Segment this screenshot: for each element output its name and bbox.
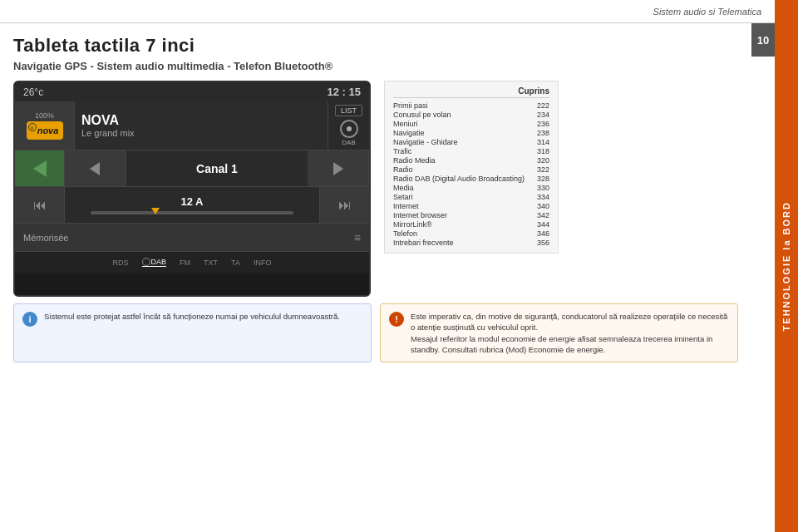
- toc-item-page: 234: [537, 111, 549, 119]
- chapter-number: 10: [757, 34, 769, 47]
- skip-forward-icon: ⏭: [338, 198, 352, 213]
- toc-item: Radio322: [393, 165, 549, 174]
- toc-item-page: 322: [537, 165, 549, 174]
- track-display: 12 A: [65, 187, 319, 223]
- source-box[interactable]: LIST DAB: [328, 101, 369, 150]
- toc-item-label: Internet browser: [393, 211, 447, 219]
- status-bar: 26°c 12 : 15: [15, 82, 369, 101]
- toc-item: Media330: [393, 184, 549, 192]
- progress-bar: [91, 211, 294, 214]
- top-header: Sistem audio si Telematica: [0, 0, 775, 23]
- radio-logo-box: 100% ✕ nova: [15, 101, 75, 150]
- toc-item: Radio DAB (Digital Audio Broadcasting)32…: [393, 175, 549, 183]
- device-screen: 26°c 12 : 15 100% ✕ nova NOVA Le grand: [13, 81, 371, 297]
- warn-badge-2: !: [389, 312, 404, 327]
- prev-arrow-icon: [90, 162, 100, 175]
- toc-item: Conusul pe volan234: [393, 111, 549, 119]
- toc-item: Intrebari frecvente356: [393, 239, 549, 247]
- back-arrow-icon: [33, 160, 47, 177]
- memorise-label: Mémorisée: [23, 233, 354, 243]
- toc-item-label: Radio DAB (Digital Audio Broadcasting): [393, 175, 525, 183]
- list-button[interactable]: LIST: [335, 105, 362, 116]
- channel-controls: Canal 1: [15, 150, 369, 186]
- toc-item-label: Radio Media: [393, 156, 436, 165]
- toc-item-page: 236: [537, 120, 549, 128]
- info-badge-1: i: [22, 312, 37, 327]
- toc-item-label: Telefon: [393, 229, 417, 238]
- info-box-2: ! Este imperativ ca, din motive de sigur…: [380, 303, 738, 362]
- station-logo-text: nova: [37, 126, 59, 135]
- dab-button[interactable]: DAB: [142, 258, 167, 268]
- toc-item-page: 330: [537, 184, 549, 192]
- toc-title: Cuprins: [393, 86, 549, 98]
- toc-item-label: Internet: [393, 202, 419, 210]
- toc-item-label: MirrorLink®: [393, 220, 432, 229]
- toc-item-page: 340: [537, 202, 549, 210]
- radio-logo: ✕ nova: [27, 121, 63, 140]
- track-controls: ⏮ 12 A ⏭: [15, 186, 369, 223]
- channel-display: Canal 1: [126, 150, 308, 186]
- back-button[interactable]: [15, 150, 65, 186]
- toc-item-label: Setari: [393, 193, 413, 201]
- txt-button[interactable]: TXT: [204, 259, 218, 267]
- sidebar-label: TEHNOLOGIE la BORD: [781, 201, 791, 331]
- source-icon: DAB: [340, 120, 358, 146]
- signal-percent: 100%: [35, 111, 54, 120]
- rds-button[interactable]: RDS: [113, 259, 129, 267]
- toc-item: Trafic318: [393, 147, 549, 155]
- info-text-2: Este imperativ ca, din motive de siguran…: [411, 311, 729, 355]
- toc-item: MirrorLink®344: [393, 220, 549, 229]
- page-subtitle: Navigatie GPS - Sistem audio multimedia …: [13, 60, 738, 72]
- skip-forward-button[interactable]: ⏭: [319, 187, 369, 223]
- source-dot: [347, 126, 352, 131]
- radio-top: 100% ✕ nova NOVA Le grand mix LIST: [15, 101, 369, 150]
- toc-item-page: 328: [537, 175, 549, 183]
- time-display: 12 : 15: [328, 86, 361, 98]
- toc-item-label: Meniuri: [393, 120, 418, 128]
- info-text-1: Sistemul este protejat astfel încât să f…: [44, 311, 340, 322]
- chapter-badge: 10: [751, 23, 775, 57]
- toc-item-page: 344: [537, 220, 549, 229]
- info-boxes: i Sistemul este protejat astfel încât să…: [13, 303, 738, 362]
- toc-item-page: 314: [537, 138, 549, 146]
- info-button[interactable]: INFO: [254, 259, 272, 267]
- main-content: Tableta tactila 7 inci Navigatie GPS - S…: [0, 23, 751, 532]
- logo-x: ✕: [28, 123, 37, 131]
- memorise-icon: ≡: [354, 231, 361, 244]
- skip-back-icon: ⏮: [33, 198, 47, 213]
- temperature-display: 26°c: [23, 86, 43, 98]
- toc-item: Meniuri236: [393, 120, 549, 128]
- toc-item-page: 342: [537, 211, 549, 219]
- toc-item: Internet browser342: [393, 211, 549, 219]
- skip-back-button[interactable]: ⏮: [15, 187, 65, 223]
- dab-label: DAB: [342, 139, 355, 146]
- next-channel-button[interactable]: [308, 150, 369, 186]
- toc-item: Radio Media320: [393, 156, 549, 165]
- info-box-1: i Sistemul este protejat astfel încât să…: [13, 303, 372, 362]
- memorise-row: Mémorisée ≡: [15, 223, 369, 251]
- device-bottom-bar: RDS DAB FM TXT TA INFO: [15, 251, 369, 273]
- toc-item: Telefon346: [393, 229, 549, 238]
- toc-item-label: Intrebari frecvente: [393, 239, 454, 247]
- radio-info: NOVA Le grand mix: [75, 101, 328, 150]
- progress-indicator: [151, 208, 160, 214]
- toc-items: Primii pasi222Conusul pe volan234Meniuri…: [393, 101, 549, 247]
- fm-button[interactable]: FM: [180, 259, 190, 267]
- right-sidebar: TEHNOLOGIE la BORD: [775, 0, 798, 532]
- toc-item: Navigatie - Ghidare314: [393, 138, 549, 146]
- mix-text: Le grand mix: [81, 128, 321, 138]
- station-name: NOVA: [81, 113, 321, 128]
- track-name: 12 A: [181, 195, 204, 208]
- source-circle: [340, 120, 358, 138]
- toc-item: Navigatie238: [393, 129, 549, 137]
- toc-item-page: 222: [537, 101, 549, 110]
- prev-channel-button[interactable]: [65, 150, 126, 186]
- toc-item-page: 318: [537, 147, 549, 155]
- toc-item: Internet340: [393, 202, 549, 210]
- page-title: Tableta tactila 7 inci: [13, 35, 738, 57]
- toc-item-label: Navigatie - Ghidare: [393, 138, 458, 146]
- toc-item-page: 346: [537, 229, 549, 238]
- ta-button[interactable]: TA: [231, 259, 240, 267]
- header-title: Sistem audio si Telematica: [653, 7, 761, 17]
- toc-item: Setari334: [393, 193, 549, 201]
